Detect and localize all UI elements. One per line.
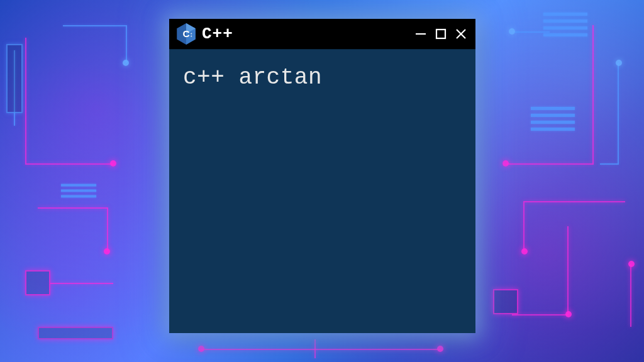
titlebar[interactable]: C + + C++	[169, 19, 475, 49]
cpp-logo-icon: C + +	[177, 23, 196, 45]
terminal-text: c++ arctan	[183, 65, 462, 90]
terminal-content[interactable]: c++ arctan	[169, 49, 475, 333]
terminal-window: C + + C++ c++ arctan	[169, 19, 475, 333]
window-controls	[414, 27, 468, 41]
window-title: C++	[202, 25, 233, 43]
svg-text:C: C	[182, 28, 189, 39]
svg-rect-7	[436, 30, 445, 38]
svg-text:+: +	[191, 35, 192, 38]
maximize-icon[interactable]	[434, 27, 448, 41]
close-icon[interactable]	[454, 27, 468, 41]
minimize-icon[interactable]	[414, 27, 428, 41]
svg-text:+: +	[191, 32, 192, 35]
